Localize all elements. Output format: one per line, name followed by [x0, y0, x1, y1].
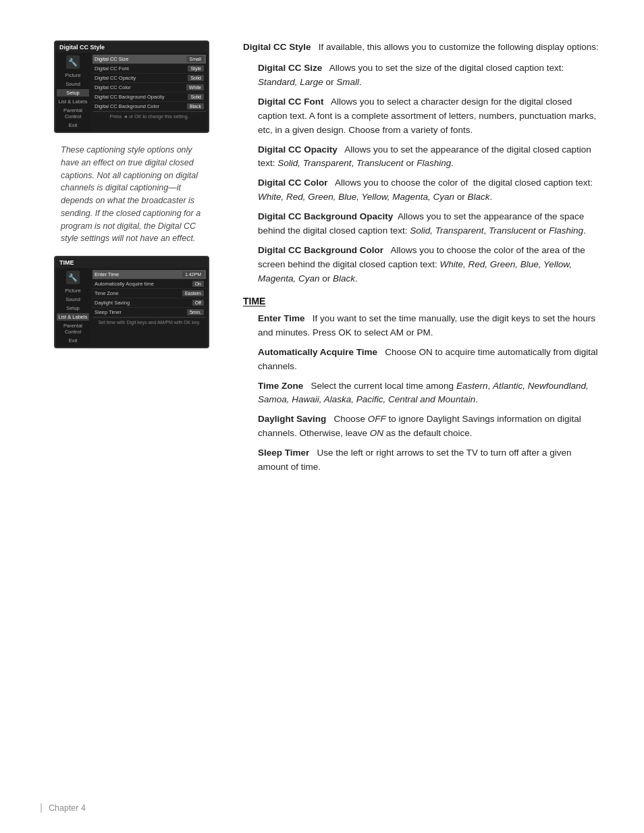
menu-val-cc-bg-opacity: Solid [188, 94, 204, 100]
tv-sidebar-2: 🔧 Picture Sound Setup List & Labels Pare… [55, 268, 90, 347]
entry-daylight: Daylight Saving Choose OFF to ignore Day… [258, 412, 603, 441]
tv-main-panel-2: Enter Time 1:42PM Automatically Acquire … [90, 268, 208, 347]
entry-cc-color: Digital CC Color Allows you to choose th… [258, 176, 603, 205]
sidebar2-item-parental: Parental Control [57, 322, 89, 335]
sidebar-wrench-icon: 🔧 [66, 55, 80, 69]
sidebar-item-sound: Sound [65, 80, 80, 88]
time-entries: Enter Time If you want to set the time m… [243, 312, 603, 475]
menu-label-cc-size: Digital CC Size [95, 56, 128, 62]
menu-label-cc-bg-opacity: Digital CC Background Opacity [95, 94, 164, 100]
left-column: Digital CC Style 🔧 Picture Sound Setup L… [41, 41, 223, 480]
sidebar-item-picture: Picture [65, 72, 80, 79]
sidebar-item-parental: Parental Control [57, 107, 89, 120]
menu-row-daylight: Daylight Saving Off [92, 298, 206, 308]
sidebar-item-setup: Setup [57, 89, 89, 97]
entry-cc-size: Digital CC Size Allows you to set the si… [258, 61, 603, 90]
menu-row-cc-color: Digital CC Color White [92, 83, 206, 92]
menu-row-cc-bg-opacity: Digital CC Background Opacity Solid [92, 92, 206, 102]
menu-row-auto-time: Automatically Acquire time On [92, 279, 206, 289]
tv-main-panel-1: Digital CC Size Small Digital CC Font St… [90, 53, 208, 132]
menu-row-cc-size: Digital CC Size Small [92, 55, 206, 64]
tv-sidebar-1: 🔧 Picture Sound Setup List & Labels Pare… [55, 53, 90, 132]
digital-cc-style-intro: Digital CC Style If available, this allo… [243, 41, 603, 55]
tv-screen1-header: Digital CC Style [55, 42, 208, 53]
right-column: Digital CC Style If available, this allo… [223, 41, 603, 480]
menu-val-enter-time: 1:42PM [182, 271, 204, 277]
sidebar-wrench-icon-2: 🔧 [66, 271, 80, 284]
menu-row-timezone: Time Zone Eastern [92, 289, 206, 298]
tv-footer-1: Press ◄ or OK to change this setting. [92, 111, 206, 121]
sidebar2-item-setup: Setup [66, 304, 80, 312]
menu-label-cc-bg-color: Digital CC Background Color [95, 103, 159, 109]
menu-label-daylight: Daylight Saving [95, 300, 130, 306]
menu-val-auto-time: On [192, 281, 204, 287]
chapter-footer: Chapter 4 [41, 803, 86, 813]
entry-cc-bg-opacity: Digital CC Background Opacity Allows you… [258, 210, 603, 238]
menu-label-enter-time: Enter Time [95, 271, 119, 277]
time-heading: TIME [243, 296, 603, 306]
entry-enter-time: Enter Time If you want to set the time m… [258, 312, 603, 340]
menu-row-cc-bg-color: Digital CC Background Color Black [92, 102, 206, 111]
sidebar2-item-sound: Sound [65, 296, 80, 303]
sidebar2-item-list: List & Labels [57, 313, 89, 321]
menu-label-cc-font: Digital CC Font [95, 65, 129, 72]
entry-cc-opacity: Digital CC Opacity Allows you to set the… [258, 143, 603, 171]
menu-label-auto-time: Automatically Acquire time [95, 281, 154, 287]
menu-val-sleep: 5min. [187, 309, 204, 315]
caption-text: These captioning style options only have… [61, 141, 203, 248]
menu-val-cc-bg-color: Black [187, 103, 204, 109]
menu-val-cc-opacity: Solid [188, 75, 204, 81]
menu-row-sleep: Sleep Timer 5min. [92, 308, 206, 317]
menu-label-sleep: Sleep Timer [95, 309, 122, 315]
chapter-label: Chapter 4 [49, 803, 86, 813]
menu-val-cc-size: Small [186, 56, 204, 62]
menu-val-cc-font: Style [188, 65, 204, 72]
entry-timezone: Time Zone Select the current local time … [258, 379, 603, 408]
tv-screen-2: TIME 🔧 Picture Sound Setup List & Labels… [54, 256, 209, 348]
menu-row-cc-opacity: Digital CC Opacity Solid [92, 74, 206, 83]
sidebar-item-exit: Exit [69, 122, 78, 129]
sidebar2-item-picture: Picture [65, 287, 80, 294]
menu-row-enter-time: Enter Time 1:42PM [92, 270, 206, 279]
menu-val-cc-color: White [186, 84, 204, 90]
digital-cc-entries: Digital CC Size Allows you to set the si… [243, 61, 603, 286]
entry-sleep-timer: Sleep Timer Use the left or right arrows… [258, 446, 603, 475]
digital-cc-style-heading: Digital CC Style [243, 42, 311, 52]
entry-cc-bg-color: Digital CC Background Color Allows you t… [258, 244, 603, 286]
entry-cc-font: Digital CC Font Allows you to select a c… [258, 95, 603, 138]
sidebar2-item-exit: Exit [69, 337, 78, 344]
tv-footer-2: Set time with Digit keys and AM/PM with … [92, 317, 206, 327]
menu-row-cc-font: Digital CC Font Style [92, 64, 206, 74]
menu-val-timezone: Eastern [182, 290, 204, 296]
menu-label-timezone: Time Zone [95, 290, 119, 296]
menu-label-cc-color: Digital CC Color [95, 84, 131, 90]
sidebar-item-list: List & Labels [59, 98, 88, 105]
menu-label-cc-opacity: Digital CC Opacity [95, 75, 136, 81]
tv-screen-1: Digital CC Style 🔧 Picture Sound Setup L… [54, 41, 209, 133]
menu-val-daylight: Off [192, 300, 204, 306]
tv-screen2-header: TIME [55, 257, 208, 268]
entry-auto-time: Automatically Acquire Time Choose ON to … [258, 346, 603, 374]
